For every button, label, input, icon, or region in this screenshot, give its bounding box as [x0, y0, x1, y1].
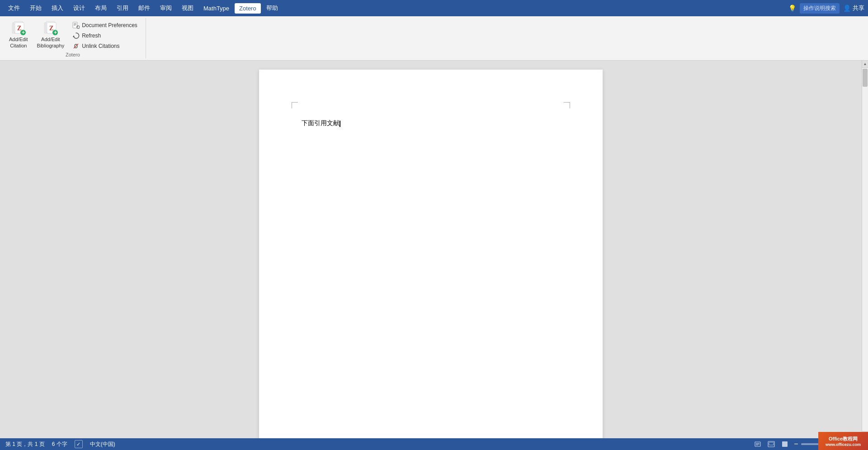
svg-rect-25 [769, 442, 774, 445]
add-bibliography-label: Add/EditBibliography [37, 36, 65, 49]
menu-file[interactable]: 文件 [4, 2, 24, 14]
scrollbar-thumb[interactable] [863, 69, 868, 87]
unlink-citations-label: Unlink Citations [82, 43, 119, 49]
office-badge-line1: Office教程网 [826, 436, 861, 442]
menu-layout[interactable]: 布局 [90, 2, 111, 14]
document-text: 下面引用文献 [302, 119, 340, 127]
office-badge: Office教程网 www.officezu.com [818, 432, 868, 450]
small-ribbon-items: Document Preferences Refresh [70, 19, 140, 51]
vertical-scrollbar[interactable]: ▲ ▼ [862, 61, 868, 438]
user-icon: 👤 [843, 5, 851, 12]
add-citation-icon: Z + [11, 21, 26, 35]
svg-text:+: + [54, 29, 57, 35]
add-edit-bibliography-button[interactable]: Z + Add/EditBibliography [33, 19, 68, 51]
menu-mailings[interactable]: 邮件 [134, 2, 155, 14]
menu-references[interactable]: 引用 [112, 2, 133, 14]
menu-bar: 文件 开始 插入 设计 布局 引用 邮件 审阅 视图 MathType Zote… [0, 0, 868, 16]
menu-insert[interactable]: 插入 [47, 2, 68, 14]
menu-help[interactable]: 帮助 [262, 2, 283, 14]
web-layout-view-button[interactable] [767, 440, 776, 449]
text-cursor [340, 121, 340, 127]
corner-marker-tl [292, 102, 298, 108]
corner-marker-tr [564, 102, 570, 108]
text-check-icon: ✓ [75, 440, 83, 448]
ribbon: Z + Add/EditCitation Z [0, 16, 868, 61]
zoom-minus-button[interactable]: − [794, 441, 798, 448]
refresh-label: Refresh [82, 33, 101, 39]
document-preferences-icon [72, 22, 80, 29]
office-badge-line2: www.officezu.com [826, 442, 861, 447]
document-preferences-button[interactable]: Document Preferences [70, 20, 140, 30]
search-box[interactable]: 操作说明搜索 [800, 3, 840, 14]
unlink-citations-button[interactable]: Unlink Citations [70, 41, 140, 51]
menu-design[interactable]: 设计 [69, 2, 90, 14]
menu-review[interactable]: 审阅 [156, 2, 176, 14]
document-area: 下面引用文献 ▲ ▼ [0, 61, 868, 438]
ribbon-buttons: Z + Add/EditCitation Z [5, 19, 140, 51]
zotero-ribbon-group: Z + Add/EditCitation Z [0, 18, 146, 58]
document-scroll[interactable]: 下面引用文献 [0, 61, 862, 438]
menu-home[interactable]: 开始 [25, 2, 46, 14]
zotero-group-label: Zotero [5, 52, 140, 57]
document-content: 下面引用文献 [302, 120, 340, 127]
scrollbar-up-button[interactable]: ▲ [862, 61, 868, 68]
add-edit-citation-button[interactable]: Z + Add/EditCitation [5, 19, 32, 51]
menu-mathtype[interactable]: MathType [199, 3, 234, 14]
outline-view-button[interactable] [780, 440, 789, 449]
svg-marker-18 [73, 35, 75, 37]
svg-text:Z: Z [49, 25, 53, 32]
share-label: 共享 [853, 4, 864, 12]
page-info: 第 1 页，共 1 页 [5, 441, 45, 448]
refresh-icon [72, 32, 80, 39]
menu-bar-right: 💡 操作说明搜索 👤 共享 [788, 3, 864, 14]
scrollbar-track[interactable] [862, 68, 868, 431]
refresh-button[interactable]: Refresh [70, 31, 140, 41]
status-bar: 第 1 页，共 1 页 6 个字 ✓ 中文(中国) − [0, 438, 868, 450]
search-label: 操作说明搜索 [803, 5, 836, 12]
language: 中文(中国) [90, 441, 115, 448]
print-layout-view-button[interactable] [753, 440, 762, 449]
share-button[interactable]: 👤 共享 [843, 4, 864, 12]
document-page[interactable]: 下面引用文献 [259, 70, 603, 438]
add-bibliography-icon: Z + [43, 21, 58, 35]
word-count: 6 个字 [52, 441, 67, 448]
unlink-citations-icon [72, 42, 80, 50]
add-citation-label: Add/EditCitation [9, 36, 28, 49]
svg-text:Z: Z [17, 25, 21, 32]
document-preferences-label: Document Preferences [82, 22, 137, 28]
menu-zotero[interactable]: Zotero [235, 3, 261, 14]
lightbulb-icon: 💡 [788, 5, 796, 12]
menu-view[interactable]: 视图 [177, 2, 198, 14]
svg-text:+: + [22, 29, 25, 35]
svg-rect-26 [782, 441, 788, 447]
